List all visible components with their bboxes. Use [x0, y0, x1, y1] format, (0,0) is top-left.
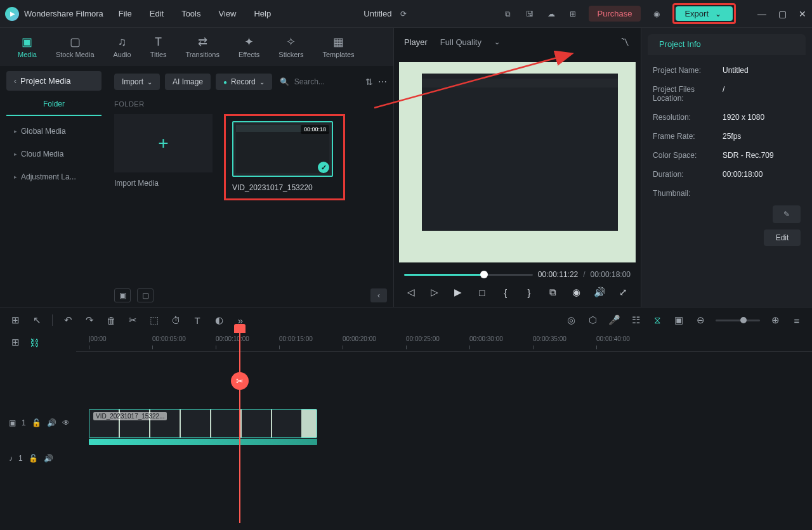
more-icon[interactable]: ⋯: [378, 77, 387, 87]
visibility-icon[interactable]: 👁: [62, 418, 70, 427]
tick: 00:00:10:00: [216, 335, 249, 342]
history-icon[interactable]: ⟳: [398, 8, 409, 20]
display-icon[interactable]: ⧉: [546, 285, 560, 299]
new-folder-icon[interactable]: ▣: [114, 288, 131, 302]
tl-view-icon[interactable]: ≡: [790, 314, 803, 326]
tl-track-add-icon[interactable]: ⊞: [9, 336, 22, 349]
tl-magnet-icon[interactable]: ⧖: [651, 314, 664, 326]
tab-transitions[interactable]: ⇄Transitions: [186, 36, 219, 58]
tab-effects[interactable]: ✦Effects: [239, 36, 259, 58]
timeline-video-clip[interactable]: VID_20231017_15322...: [89, 409, 317, 438]
playhead-handle[interactable]: [234, 324, 246, 333]
thumbnail-edit-icon[interactable]: ✎: [773, 205, 801, 223]
tl-layout-icon[interactable]: ⊞: [9, 314, 22, 326]
maximize-button[interactable]: ▢: [778, 10, 787, 18]
color-icon[interactable]: ◐: [213, 314, 225, 326]
mute-icon[interactable]: 🔊: [47, 418, 56, 427]
tab-stickers[interactable]: ✧Stickers: [278, 36, 303, 58]
tab-templates[interactable]: ▦Templates: [322, 36, 354, 58]
media-sidebar: Project Media Folder Global Media Cloud …: [0, 66, 108, 307]
tab-stock-media[interactable]: ▢Stock Media: [56, 36, 95, 58]
audio-mute-icon[interactable]: 🔊: [44, 454, 53, 463]
tab-media[interactable]: ▣Media: [18, 36, 37, 58]
minimize-button[interactable]: —: [757, 10, 766, 18]
time-total: 00:00:18:00: [591, 270, 631, 279]
snapshot-icon[interactable]: ◉: [570, 285, 584, 299]
tl-link-icon[interactable]: ⛓: [28, 336, 41, 349]
tab-titles[interactable]: TTitles: [150, 36, 167, 58]
filter-icon[interactable]: ⇅: [365, 77, 373, 87]
next-frame-icon[interactable]: ▷: [428, 285, 442, 299]
play-icon[interactable]: ▶: [451, 285, 465, 299]
tl-shield-icon[interactable]: ⬡: [586, 314, 599, 326]
speed-icon[interactable]: ⏱: [169, 314, 182, 326]
playback-scrubber[interactable]: [404, 274, 533, 276]
timeline-audio-waveform[interactable]: [89, 439, 317, 445]
sidebar-item-cloud-media[interactable]: Cloud Media: [6, 144, 102, 164]
zoom-slider[interactable]: [716, 320, 760, 321]
search-input[interactable]: Search...: [277, 74, 360, 90]
project-media-button[interactable]: Project Media: [6, 71, 102, 91]
scope-icon[interactable]: 〽: [619, 36, 631, 48]
clip-thumbnail[interactable]: 00:00:18 ✓: [232, 121, 333, 177]
account-icon[interactable]: ◉: [651, 8, 662, 20]
scrub-thumb[interactable]: [480, 271, 488, 278]
tab-audio[interactable]: ♫Audio: [114, 36, 131, 58]
menu-view[interactable]: View: [218, 9, 236, 18]
menu-edit[interactable]: Edit: [150, 9, 164, 18]
edit-button[interactable]: Edit: [764, 229, 801, 246]
tl-mic-icon[interactable]: 🎤: [608, 314, 620, 326]
ai-image-button[interactable]: AI Image: [165, 74, 211, 90]
lock-icon[interactable]: 🔓: [32, 418, 41, 427]
zoom-out-icon[interactable]: ⊖: [694, 314, 707, 326]
timeline-ruler[interactable]: |00:00 00:00:05:00 00:00:10:00 00:00:15:…: [76, 333, 812, 352]
timeline-canvas[interactable]: VID_20231017_15322...: [76, 352, 812, 530]
record-dropdown[interactable]: Record: [216, 74, 272, 90]
stop-icon[interactable]: □: [475, 285, 489, 299]
audio-track-header[interactable]: ♪1 🔓 🔊: [0, 441, 76, 476]
audio-lock-icon[interactable]: 🔓: [29, 454, 38, 463]
menu-help[interactable]: Help: [254, 9, 271, 18]
zoom-in-icon[interactable]: ⊕: [769, 314, 782, 326]
import-media-tile[interactable]: + Import Media: [114, 114, 213, 188]
player-preview[interactable]: [399, 62, 636, 262]
import-box[interactable]: +: [114, 114, 213, 172]
delete-icon[interactable]: 🗑: [105, 314, 117, 326]
menu-tools[interactable]: Tools: [181, 9, 200, 18]
playhead-split-icon[interactable]: ✂: [231, 372, 249, 390]
tick: 00:00:25:00: [406, 335, 440, 342]
sidebar-item-global-media[interactable]: Global Media: [6, 121, 102, 141]
project-info-tab[interactable]: Project Info: [648, 34, 806, 55]
split-icon[interactable]: ✂: [126, 314, 139, 326]
playhead[interactable]: ✂: [239, 333, 240, 523]
fullscreen-icon[interactable]: ⤢: [617, 285, 631, 299]
media-clip[interactable]: 00:00:18 ✓ VID_20231017_153220: [232, 121, 337, 192]
volume-icon[interactable]: 🔊: [593, 285, 607, 299]
purchase-button[interactable]: Purchase: [589, 6, 641, 22]
new-bin-icon[interactable]: ▢: [137, 288, 154, 302]
text-icon[interactable]: T: [191, 314, 204, 326]
crop-icon[interactable]: ⬚: [148, 314, 160, 326]
tl-mixer-icon[interactable]: ☷: [629, 314, 642, 326]
grid-icon[interactable]: ⊞: [567, 8, 579, 20]
folder-tab[interactable]: Folder: [6, 93, 102, 116]
menu-file[interactable]: File: [119, 9, 132, 18]
tl-render-icon[interactable]: ▣: [672, 314, 685, 326]
video-track-header[interactable]: ▣1 🔓 🔊 👁: [0, 405, 76, 441]
close-button[interactable]: ✕: [798, 10, 807, 18]
collapse-sidebar-icon[interactable]: ‹: [370, 288, 387, 302]
mark-out-icon[interactable]: }: [522, 285, 536, 299]
mark-in-icon[interactable]: {: [499, 285, 513, 299]
tl-select-icon[interactable]: ↖: [30, 314, 43, 326]
tl-marker-icon[interactable]: ◎: [565, 314, 577, 326]
export-button[interactable]: Export: [676, 6, 733, 21]
prev-frame-icon[interactable]: ◁: [404, 285, 418, 299]
cloud-icon[interactable]: ☁: [546, 8, 557, 20]
undo-icon[interactable]: ↶: [62, 314, 74, 326]
redo-icon[interactable]: ↷: [83, 314, 96, 326]
device-icon[interactable]: ⧉: [502, 8, 514, 20]
sidebar-item-adjustment-layer[interactable]: Adjustment La...: [6, 167, 102, 187]
save-icon[interactable]: 🖫: [524, 8, 535, 20]
quality-dropdown[interactable]: Full Quality: [440, 37, 500, 47]
import-dropdown[interactable]: Import: [114, 74, 160, 90]
